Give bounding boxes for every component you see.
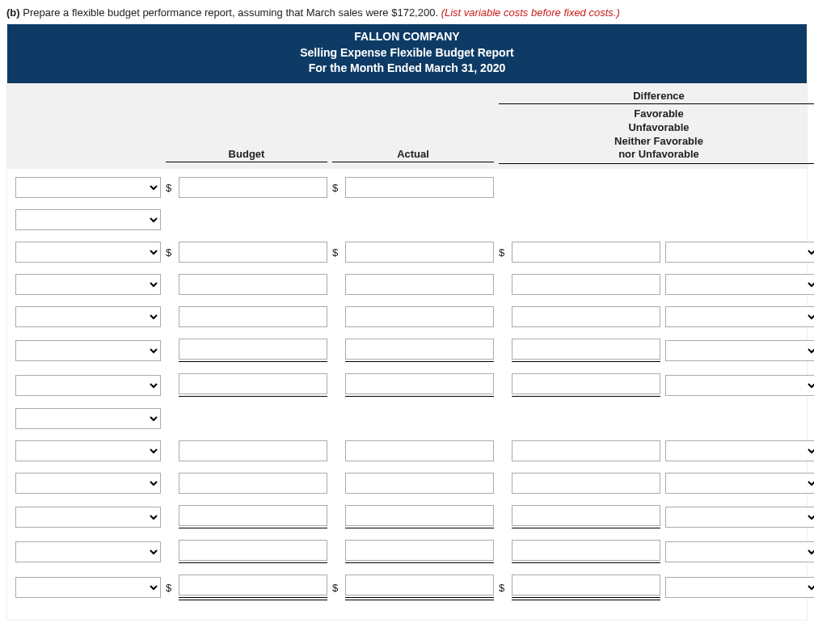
- dollar-sign: $: [332, 582, 345, 594]
- line-item-select[interactable]: [15, 375, 161, 396]
- difference-input[interactable]: [512, 339, 660, 360]
- budget-input[interactable]: [179, 575, 327, 596]
- fav-unfav-select[interactable]: [665, 306, 814, 327]
- budget-input[interactable]: [179, 373, 327, 394]
- actual-input[interactable]: [345, 242, 494, 263]
- table-row: $$$: [15, 242, 799, 263]
- line-item-select[interactable]: [15, 577, 161, 598]
- title-line3: For the Month Ended March 31, 2020: [7, 61, 807, 77]
- difference-input[interactable]: [512, 473, 660, 494]
- col-fav-unfav: Favorable Unfavorable Neither Favorable …: [499, 107, 814, 165]
- actual-input[interactable]: [345, 306, 494, 327]
- report-container: FALLON COMPANY Selling Expense Flexible …: [6, 23, 808, 621]
- actual-input[interactable]: [345, 540, 494, 561]
- table-row: [15, 540, 799, 563]
- line-item-select[interactable]: [15, 440, 161, 461]
- instruction-text: Prepare a flexible budget performance re…: [23, 6, 438, 19]
- fav-unfav-select[interactable]: [665, 274, 814, 295]
- dollar-sign: $: [166, 582, 179, 594]
- fav-unfav-select[interactable]: [665, 440, 814, 461]
- table-row: [15, 505, 799, 528]
- instruction-label: (b): [6, 6, 20, 19]
- line-item-select[interactable]: [15, 274, 161, 295]
- rows-container: $$$$$ $$$: [7, 169, 807, 620]
- actual-input[interactable]: [345, 373, 494, 394]
- actual-input[interactable]: [345, 274, 494, 295]
- column-header-zone: Difference Favorable Unfavorable Neither…: [7, 83, 807, 170]
- fav-unfav-select[interactable]: [665, 340, 814, 361]
- budget-input[interactable]: [179, 473, 327, 494]
- table-row: [15, 339, 799, 362]
- budget-input[interactable]: [179, 177, 327, 198]
- report-titlebar: FALLON COMPANY Selling Expense Flexible …: [7, 24, 807, 83]
- col-difference: Difference: [499, 90, 814, 104]
- col-actual: Actual: [332, 148, 494, 162]
- title-line1: FALLON COMPANY: [7, 29, 807, 45]
- budget-input[interactable]: [179, 274, 327, 295]
- instruction-line: (b) Prepare a flexible budget performanc…: [6, 6, 808, 19]
- fav-unfav-select[interactable]: [665, 577, 814, 598]
- fav-unfav-select[interactable]: [665, 507, 814, 528]
- table-row: [15, 306, 799, 327]
- fav-unfav-select[interactable]: [665, 242, 814, 263]
- line-item-select[interactable]: [15, 340, 161, 361]
- table-row: [15, 373, 799, 397]
- title-line2: Selling Expense Flexible Budget Report: [7, 45, 807, 61]
- dollar-sign: $: [499, 246, 512, 259]
- actual-input[interactable]: [345, 575, 494, 596]
- dollar-sign: $: [166, 246, 179, 259]
- table-row: $$$: [15, 575, 799, 600]
- budget-input[interactable]: [179, 306, 327, 327]
- difference-input[interactable]: [512, 540, 660, 561]
- budget-input[interactable]: [179, 242, 327, 263]
- budget-input[interactable]: [179, 440, 327, 461]
- actual-input[interactable]: [345, 339, 494, 360]
- fav-unfav-select[interactable]: [665, 375, 814, 396]
- line-item-select[interactable]: [15, 473, 161, 494]
- budget-input[interactable]: [179, 540, 327, 561]
- difference-input[interactable]: [512, 440, 660, 461]
- actual-input[interactable]: [345, 505, 494, 526]
- budget-input[interactable]: [179, 505, 327, 526]
- difference-input[interactable]: [512, 274, 660, 295]
- line-item-select[interactable]: [15, 408, 161, 429]
- line-item-select[interactable]: [15, 541, 161, 562]
- actual-input[interactable]: [345, 440, 494, 461]
- table-row: [15, 274, 799, 295]
- difference-input[interactable]: [512, 242, 660, 263]
- table-row: [15, 209, 799, 230]
- table-row: $$: [15, 177, 799, 198]
- col-budget: Budget: [166, 148, 327, 162]
- actual-input[interactable]: [345, 473, 494, 494]
- difference-input[interactable]: [512, 505, 660, 526]
- difference-input[interactable]: [512, 306, 660, 327]
- table-row: [15, 408, 799, 429]
- dollar-sign: $: [499, 582, 512, 594]
- line-item-select[interactable]: [15, 177, 161, 198]
- line-item-select[interactable]: [15, 209, 161, 230]
- instruction-hint: (List variable costs before fixed costs.…: [441, 6, 620, 19]
- dollar-sign: $: [332, 182, 345, 194]
- actual-input[interactable]: [345, 177, 494, 198]
- fav-unfav-select[interactable]: [665, 541, 814, 562]
- fav-unfav-select[interactable]: [665, 473, 814, 494]
- table-row: [15, 473, 799, 494]
- difference-input[interactable]: [512, 373, 660, 394]
- difference-input[interactable]: [512, 575, 660, 596]
- budget-input[interactable]: [179, 339, 327, 360]
- table-row: [15, 440, 799, 461]
- dollar-sign: $: [166, 182, 179, 194]
- line-item-select[interactable]: [15, 306, 161, 327]
- line-item-select[interactable]: [15, 242, 161, 263]
- dollar-sign: $: [332, 246, 345, 259]
- line-item-select[interactable]: [15, 507, 161, 528]
